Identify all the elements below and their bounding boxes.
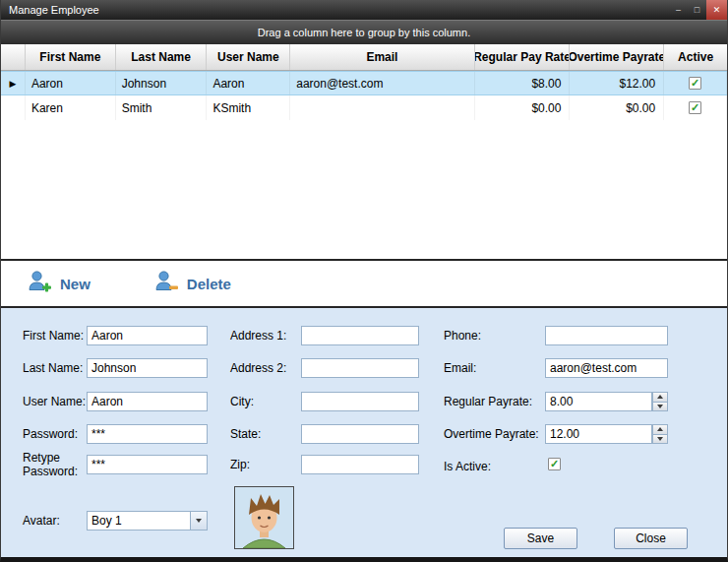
toolbar: New Delete bbox=[1, 259, 727, 308]
email-label: Email: bbox=[444, 361, 476, 375]
state-label: State: bbox=[230, 427, 261, 441]
cell-regular-pay-rate: $8.00 bbox=[475, 72, 571, 94]
cell-email: aaron@test.com bbox=[290, 72, 474, 94]
save-button[interactable]: Save bbox=[504, 528, 577, 549]
delete-button[interactable]: Delete bbox=[153, 269, 231, 298]
active-checkbox[interactable]: ✓ bbox=[689, 101, 701, 114]
column-header-email[interactable]: Email bbox=[290, 44, 474, 70]
retype-password-field[interactable] bbox=[87, 455, 208, 474]
close-button[interactable]: ✕ bbox=[706, 0, 727, 20]
is-active-label: Is Active: bbox=[444, 460, 491, 473]
password-field[interactable] bbox=[87, 424, 208, 444]
cell-overtime-payrate: $0.00 bbox=[570, 95, 664, 120]
column-header-overtime-payrate[interactable]: Overtime Payrate bbox=[570, 44, 664, 70]
email-field[interactable] bbox=[545, 358, 668, 378]
last-name-label: Last Name: bbox=[23, 361, 83, 375]
cell-active: ✓ bbox=[664, 72, 727, 94]
spin-up-icon[interactable] bbox=[652, 392, 668, 402]
first-name-label: First Name: bbox=[23, 329, 84, 343]
row-indicator-cell bbox=[1, 95, 26, 120]
column-header-active[interactable]: Active bbox=[664, 44, 727, 70]
address1-field[interactable] bbox=[301, 326, 419, 345]
row-indicator-column-header bbox=[1, 44, 26, 70]
last-name-field[interactable] bbox=[87, 358, 208, 378]
overtime-payrate-stepper bbox=[652, 424, 668, 444]
column-header-first-name[interactable]: First Name bbox=[26, 44, 116, 70]
active-checkbox[interactable]: ✓ bbox=[689, 77, 701, 90]
cell-last-name: Smith bbox=[116, 95, 208, 120]
employee-form: First Name: Last Name: User Name: Passwo… bbox=[1, 308, 727, 557]
table-row-karen[interactable]: Karen Smith KSmith $0.00 $0.00 ✓ bbox=[1, 95, 727, 120]
cell-overtime-payrate: $12.00 bbox=[570, 72, 664, 94]
cell-user-name: Aaron bbox=[207, 72, 290, 94]
window-title: Manage Employee bbox=[9, 4, 669, 16]
regular-payrate-field[interactable] bbox=[545, 392, 652, 411]
column-header-last-name[interactable]: Last Name bbox=[116, 44, 208, 70]
cell-email bbox=[290, 95, 474, 120]
overtime-payrate-field[interactable] bbox=[545, 424, 652, 444]
avatar-select[interactable]: Boy 1 bbox=[87, 511, 208, 531]
zip-field[interactable] bbox=[301, 455, 419, 474]
address2-field[interactable] bbox=[301, 358, 419, 378]
add-user-icon bbox=[27, 269, 52, 298]
regular-payrate-label: Regular Payrate: bbox=[444, 395, 532, 408]
state-field[interactable] bbox=[301, 424, 419, 444]
column-header-regular-pay-rate[interactable]: Regular Pay Rate bbox=[475, 44, 571, 70]
regular-payrate-stepper bbox=[652, 392, 668, 411]
zip-label: Zip: bbox=[230, 458, 250, 471]
spin-up-icon[interactable] bbox=[652, 424, 668, 434]
title-bar: Manage Employee – □ ✕ bbox=[1, 0, 727, 20]
new-button[interactable]: New bbox=[27, 269, 91, 298]
cell-active: ✓ bbox=[664, 95, 727, 120]
overtime-payrate-label: Overtime Payrate: bbox=[444, 427, 539, 441]
table-row-aaron[interactable]: ▶ Aaron Johnson Aaron aaron@test.com $8.… bbox=[1, 71, 727, 95]
delete-button-label: Delete bbox=[187, 276, 231, 292]
manage-employee-window: Manage Employee – □ ✕ Drag a column here… bbox=[0, 0, 728, 562]
avatar-label: Avatar: bbox=[23, 514, 60, 528]
remove-user-icon bbox=[153, 269, 179, 298]
is-active-checkbox[interactable]: ✓ bbox=[548, 458, 561, 470]
city-field[interactable] bbox=[301, 392, 419, 411]
maximize-button[interactable]: □ bbox=[688, 0, 706, 20]
spin-down-icon[interactable] bbox=[652, 402, 668, 412]
close-action-button[interactable]: Close bbox=[614, 528, 688, 549]
grid-empty-area bbox=[1, 120, 727, 259]
cell-last-name: Johnson bbox=[116, 72, 208, 94]
address2-label: Address 2: bbox=[230, 361, 286, 375]
grid-header: First Name Last Name User Name Email Reg… bbox=[1, 44, 727, 71]
city-label: City: bbox=[230, 395, 254, 408]
cell-user-name: KSmith bbox=[207, 95, 290, 120]
column-header-user-name[interactable]: User Name bbox=[207, 44, 290, 70]
phone-label: Phone: bbox=[444, 329, 481, 343]
user-name-field[interactable] bbox=[87, 392, 208, 411]
first-name-field[interactable] bbox=[87, 326, 208, 345]
new-button-label: New bbox=[60, 276, 91, 292]
selected-row-indicator-icon: ▶ bbox=[1, 72, 26, 94]
minimize-button[interactable]: – bbox=[669, 0, 688, 20]
cell-first-name: Aaron bbox=[26, 72, 116, 94]
cell-first-name: Karen bbox=[26, 95, 116, 120]
chevron-down-icon[interactable] bbox=[190, 512, 207, 530]
cell-regular-pay-rate: $0.00 bbox=[475, 95, 571, 120]
window-controls: – □ ✕ bbox=[669, 0, 727, 20]
avatar-image bbox=[234, 486, 294, 549]
group-by-bar[interactable]: Drag a column here to group by this colu… bbox=[1, 20, 727, 44]
address1-label: Address 1: bbox=[230, 329, 286, 343]
retype-password-label: Retype Password: bbox=[23, 451, 80, 478]
user-name-label: User Name: bbox=[23, 395, 86, 408]
password-label: Password: bbox=[23, 427, 78, 441]
spin-down-icon[interactable] bbox=[652, 434, 668, 445]
phone-field[interactable] bbox=[545, 326, 668, 345]
avatar-selected-value: Boy 1 bbox=[88, 512, 190, 530]
